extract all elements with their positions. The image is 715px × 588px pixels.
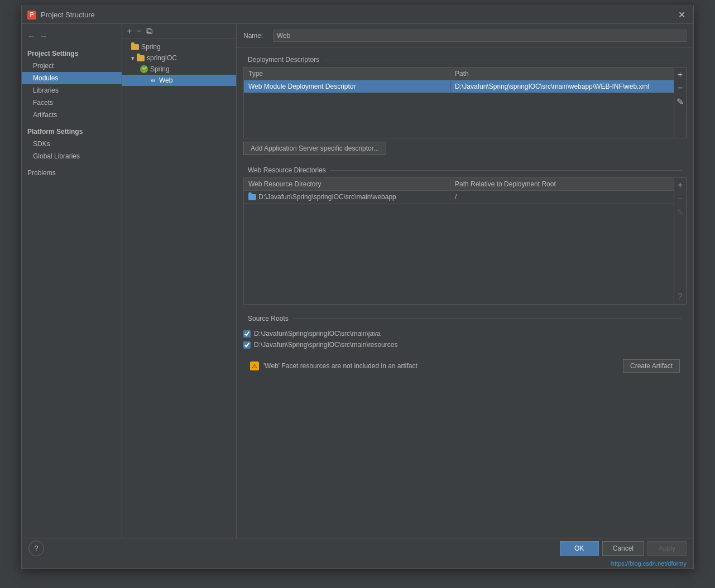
path-column-header: Path [450, 68, 674, 80]
descriptor-type-cell: Web Module Deployment Descriptor [244, 80, 450, 93]
type-column-header: Type [244, 68, 450, 80]
csdn-link[interactable]: https://blog.csdn.net/dformy [611, 560, 687, 567]
warning-row: ⚠ 'Web' Facet resources are not included… [243, 355, 687, 377]
sidebar-item-libraries[interactable]: Libraries [22, 84, 122, 97]
sidebar-item-artifacts[interactable]: Artifacts [22, 109, 122, 121]
nav-toolbar: ← → [22, 28, 122, 44]
module-tree-panel: + − ⧉ Spring ▾ springIOC 🌱 [122, 24, 237, 538]
tree-item-spring-root[interactable]: Spring [122, 41, 236, 52]
web-icon: W [149, 76, 157, 84]
sidebar-item-project[interactable]: Project [22, 60, 122, 72]
title-bar: P Project Structure ✕ [22, 6, 693, 24]
source-root-row-0: D:\Javafun\Spring\springIOC\src\main\jav… [243, 328, 687, 339]
folder-icon-springioc [137, 55, 145, 61]
wrd-remove-btn: − [674, 192, 687, 205]
tree-item-spring-module[interactable]: 🌱 Spring [122, 64, 236, 75]
sidebar-item-sdks[interactable]: SDKs [22, 138, 122, 150]
help-button[interactable]: ? [28, 541, 44, 556]
cancel-button[interactable]: Cancel [602, 541, 644, 556]
deployment-edit-btn[interactable]: ✎ [674, 95, 687, 108]
add-server-descriptor-button[interactable]: Add Application Server specific descript… [243, 142, 386, 155]
tree-item-web[interactable]: W Web [122, 75, 236, 86]
deployment-remove-btn[interactable]: − [674, 82, 687, 94]
source-root-row-1: D:\Javafun\Spring\springIOC\src\main\res… [243, 339, 687, 350]
web-resource-directories-title: Web Resource Directories [248, 166, 326, 174]
wrd-actions-col: + − ✎ ? [674, 178, 686, 304]
deployment-descriptors-title: Deployment Descriptors [248, 56, 319, 64]
expand-icon: ▾ [131, 55, 135, 62]
deployment-table-header: Type Path [244, 68, 674, 80]
deployment-descriptor-row[interactable]: Web Module Deployment Descriptor D:\Java… [244, 80, 674, 93]
platform-settings-section-label: Platform Settings [22, 121, 122, 138]
source-root-label-1: D:\Javafun\Spring\springIOC\src\main\res… [254, 341, 397, 349]
tree-item-springioc[interactable]: ▾ springIOC [122, 52, 236, 64]
footer-bar: ? OK Cancel Apply [22, 538, 693, 558]
tree-remove-button[interactable]: − [135, 26, 142, 36]
tree-toolbar: + − ⧉ [122, 24, 236, 39]
folder-icon [131, 44, 139, 50]
wrd-edit-btn: ✎ [674, 206, 687, 219]
source-roots-title: Source Roots [248, 315, 289, 322]
sidebar-item-problems[interactable]: Problems [22, 162, 122, 179]
web-resource-directories-section-header: Web Resource Directories [243, 163, 687, 177]
module-tree: Spring ▾ springIOC 🌱 Spring W Web [122, 39, 236, 538]
apply-button[interactable]: Apply [647, 541, 687, 556]
wrd-relative-path-cell: / [450, 191, 674, 203]
sidebar-item-global-libraries[interactable]: Global Libraries [22, 150, 122, 162]
wrd-col2-header: Path Relative to Deployment Root [450, 178, 674, 190]
back-button[interactable]: ← [26, 31, 36, 42]
name-row: Name: [237, 24, 693, 48]
right-panel-scroll: Deployment Descriptors Type Path Web Mod… [237, 48, 693, 538]
source-root-checkbox-0[interactable] [243, 330, 251, 338]
create-artifact-button[interactable]: Create Artifact [623, 359, 680, 373]
deployment-add-btn[interactable]: + [674, 69, 687, 81]
wrd-add-btn[interactable]: + [674, 179, 687, 191]
sidebar: ← → Project Settings Project Modules Lib… [22, 24, 122, 538]
directory-icon [248, 194, 256, 200]
deployment-descriptors-section-header: Deployment Descriptors [243, 52, 687, 67]
wrd-col1-header: Web Resource Directory [244, 178, 450, 190]
tree-copy-button[interactable]: ⧉ [145, 26, 153, 36]
tree-add-button[interactable]: + [126, 26, 133, 36]
sidebar-item-facets[interactable]: Facets [22, 97, 122, 109]
descriptor-path-cell: D:\Javafun\Spring\springIOC\src\main\web… [450, 80, 674, 93]
wrd-directory-cell: D:\Javafun\Spring\springIOC\src\main\web… [244, 191, 450, 203]
wrd-help-btn[interactable]: ? [674, 291, 687, 303]
close-button[interactable]: ✕ [676, 8, 688, 21]
deployment-actions-col: + − ✎ [674, 68, 686, 138]
source-root-label-0: D:\Javafun\Spring\springIOC\src\main\jav… [254, 330, 381, 338]
dialog-title: Project Structure [41, 11, 95, 19]
name-input[interactable] [273, 30, 687, 42]
source-roots-section-header: Source Roots [243, 311, 687, 326]
name-label: Name: [243, 32, 268, 40]
source-root-checkbox-1[interactable] [243, 341, 251, 349]
right-panel: Name: Deployment Descriptors Type Path [237, 24, 693, 538]
forward-button[interactable]: → [39, 31, 49, 42]
wrd-table-header: Web Resource Directory Path Relative to … [244, 178, 674, 191]
project-settings-section-label: Project Settings [22, 46, 122, 60]
ok-button[interactable]: OK [560, 541, 599, 556]
wrd-row[interactable]: D:\Javafun\Spring\springIOC\src\main\web… [244, 191, 674, 204]
sidebar-item-modules[interactable]: Modules [22, 72, 122, 84]
app-icon: P [27, 11, 36, 20]
warning-icon: ⚠ [250, 362, 259, 370]
warning-text: 'Web' Facet resources are not included i… [263, 362, 618, 370]
spring-icon: 🌱 [140, 65, 148, 73]
